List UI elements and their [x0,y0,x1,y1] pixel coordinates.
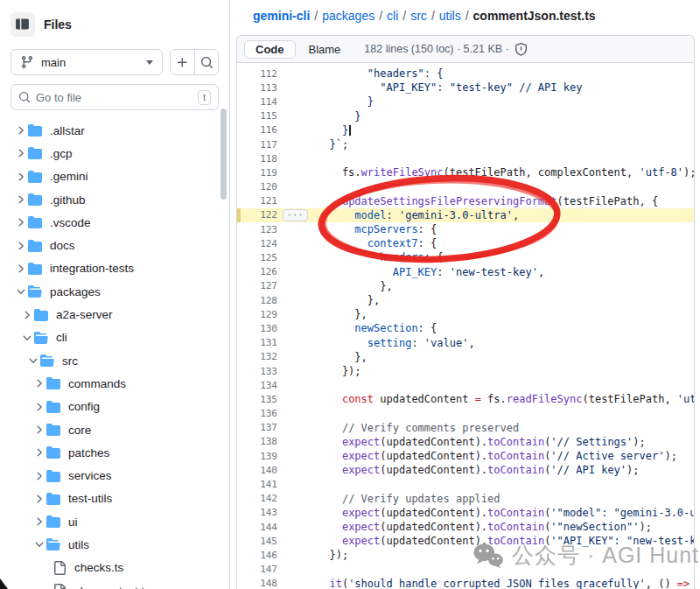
tree-item-.allstar[interactable]: .allstar [0,119,229,142]
line-number[interactable]: 140 [237,465,290,476]
code-line[interactable]: 144 expect(updatedContent).toContain('"n… [237,520,694,534]
tree-item-services[interactable]: services [0,464,229,487]
code-line[interactable]: 137 // Verify comments preserved [237,421,694,435]
code-line[interactable]: 130 newSection: { [237,321,694,335]
line-number[interactable]: 126 [237,266,290,277]
code-line[interactable]: 122··· model: 'gemini-3.0-ultra', [237,208,694,222]
line-number[interactable]: 128 [237,295,290,306]
new-file-button[interactable] [171,50,194,74]
tree-item-ui[interactable]: ui [0,510,229,533]
tree-item-test-utils[interactable]: test-utils [0,487,229,510]
code-line[interactable]: 121 updateSettingsFilePreservingFormat(t… [237,194,694,208]
code-line[interactable]: 139 expect(updatedContent).toContain('//… [237,449,694,463]
line-number[interactable]: 137 [237,422,290,433]
line-number[interactable]: 124 [237,238,290,249]
search-tree-button[interactable] [194,50,218,74]
tab-code[interactable]: Code [244,40,296,59]
line-number[interactable]: 127 [237,280,290,291]
tree-item-commands[interactable]: commands [0,372,229,395]
code-line[interactable]: 116 } [237,123,694,137]
tree-item-packages[interactable]: packages [0,280,229,303]
line-number[interactable]: 146 [237,550,290,561]
line-number[interactable]: 142 [237,493,290,504]
line-number[interactable]: 119 [237,167,290,179]
line-options-button[interactable]: ··· [283,209,308,221]
tree-item-.gcp[interactable]: .gcp [0,142,229,165]
tree-item-integration-tests[interactable]: integration-tests [0,257,229,280]
line-number[interactable]: 145 [237,536,290,547]
tree-item-.github[interactable]: .github [0,188,229,211]
line-number[interactable]: 120 [237,181,290,193]
line-number[interactable]: 132 [237,351,290,362]
tree-item-src[interactable]: src [0,349,229,372]
shield-icon[interactable] [514,43,528,56]
line-number[interactable]: 112 [237,68,290,80]
code-line[interactable]: 129 }, [237,307,694,321]
code-line[interactable]: 131 setting: 'value', [237,336,694,350]
code-line[interactable]: 140 expect(updatedContent).toContain('//… [237,463,694,477]
tree-item-cli[interactable]: cli [0,326,229,349]
go-to-file-input[interactable] [36,91,192,104]
code-line[interactable]: 136 [237,407,694,421]
code-line[interactable]: 118 [237,151,694,165]
tree-item-core[interactable]: core [0,418,229,441]
breadcrumb-segment-src[interactable]: src [410,9,427,23]
code-line[interactable]: 120 [237,180,694,194]
sidebar-scrollbar-thumb[interactable] [220,109,227,200]
code-line[interactable]: 119 fs.writeFileSync(testFilePath, compl… [237,165,694,179]
tree-item-.vscode[interactable]: .vscode [0,211,229,234]
line-number[interactable]: 138 [237,436,290,447]
tree-item-patches[interactable]: patches [0,441,229,464]
line-number[interactable]: 144 [237,522,290,533]
line-number[interactable]: 139 [237,451,290,462]
code-line[interactable]: 124 context7: { [237,236,694,250]
tree-item-utils[interactable]: utils [0,533,229,556]
tree-item-.gemini[interactable]: .gemini [0,165,229,188]
tab-blame[interactable]: Blame [298,40,353,59]
line-number[interactable]: 148 [237,578,290,589]
code-line[interactable]: 126 API_KEY: 'new-test-key', [237,265,694,279]
line-number[interactable]: 115 [237,110,290,122]
code-line[interactable]: 114 } [237,95,694,109]
line-number[interactable]: 141 [237,479,290,490]
line-number[interactable]: 123 [237,224,290,235]
tree-item-checks.ts[interactable]: checks.ts [0,557,229,579]
breadcrumb-segment-utils[interactable]: utils [439,9,461,23]
code-line[interactable]: 148 it('should handle corrupted JSON fil… [237,577,694,589]
line-number[interactable]: 129 [237,309,290,320]
tree-item-a2a-server[interactable]: a2a-server [0,303,229,326]
collapse-sidebar-button[interactable] [10,12,35,37]
code-line[interactable]: 113 "API_KEY": "test-key" // API key [237,81,694,95]
line-number[interactable]: 133 [237,366,290,377]
code-line[interactable]: 112 "headers": { [237,67,694,81]
code-line[interactable]: 132 }, [237,350,694,364]
line-number[interactable]: 121 [237,195,290,207]
tree-item-config[interactable]: config [0,396,229,418]
line-number[interactable]: 143 [237,507,290,518]
line-number[interactable]: 117 [237,139,290,151]
tree-item-cleanup.test.ts[interactable]: cleanup.test.ts [0,579,229,589]
line-number[interactable]: 113 [237,82,290,94]
line-number[interactable]: 130 [237,323,290,334]
breadcrumb-segment-cli[interactable]: cli [387,9,398,23]
code-line[interactable]: 135 const updatedContent = fs.readFileSy… [237,392,694,406]
branch-selector[interactable]: main [10,49,163,75]
code-line[interactable]: 133 }); [237,364,694,378]
code-line[interactable]: 127 }, [237,279,694,293]
line-number[interactable]: 147 [237,564,290,575]
code-line[interactable]: 115 } [237,109,694,123]
code-line[interactable]: 117 }`; [237,137,694,151]
line-number[interactable]: 122 [237,209,290,221]
code-line[interactable]: 128 }, [237,293,694,307]
go-to-file-box[interactable]: t [10,84,219,110]
line-number[interactable]: 114 [237,96,290,108]
line-number[interactable]: 135 [237,394,290,405]
line-number[interactable]: 116 [237,124,290,136]
code-line[interactable]: 138 expect(updatedContent).toContain('//… [237,435,694,449]
code-line[interactable]: 143 expect(updatedContent).toContain('"m… [237,506,694,520]
line-number[interactable]: 131 [237,337,290,348]
line-number[interactable]: 134 [237,380,290,391]
breadcrumb-segment-packages[interactable]: packages [322,9,374,23]
breadcrumb-segment-gemini-cli[interactable]: gemini-cli [253,9,310,23]
code-line[interactable]: 142 // Verify updates applied [237,492,694,506]
